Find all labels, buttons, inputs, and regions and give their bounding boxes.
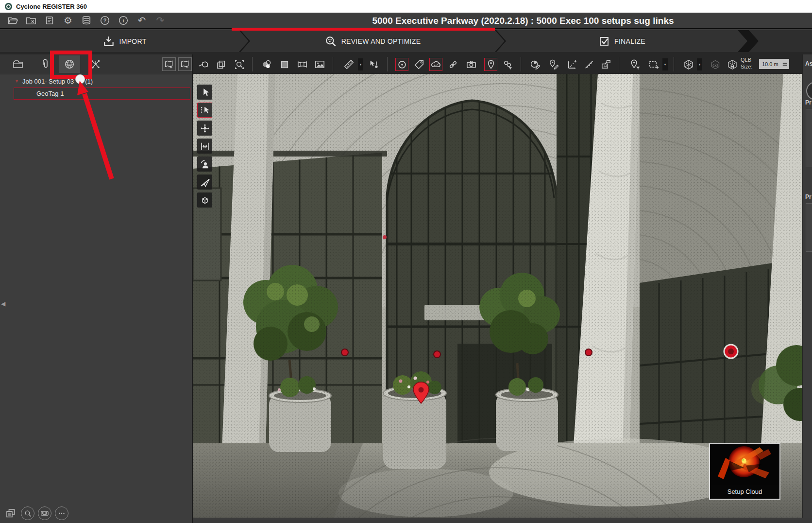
finalize-check-icon xyxy=(598,35,610,47)
look-around-tool[interactable] xyxy=(197,157,212,172)
left-panel: ▼ Job 001- Setup 03 (1) GeoTag 1 ◀ xyxy=(0,54,193,523)
view-cube-icon xyxy=(200,195,210,206)
limit-box-icon[interactable] xyxy=(197,58,210,71)
measure-ruler-icon[interactable] xyxy=(342,58,355,71)
cyclone-register-360-window: Cyclone REGISTER 360 ⚙ ↶ ↷ 5000 Executiv… xyxy=(0,0,812,523)
right-panel-box xyxy=(806,203,812,252)
right-panel-avatar xyxy=(806,82,812,100)
panel-collapse-arrow[interactable]: ◀ xyxy=(1,300,5,307)
pan-icon xyxy=(200,141,210,152)
select-dropdown-caret[interactable]: ▾ xyxy=(662,58,668,70)
duplicate-view-icon[interactable] xyxy=(214,58,227,71)
camera-icon[interactable] xyxy=(465,58,478,71)
geotag-toggle-icon[interactable] xyxy=(484,58,497,71)
cursor-temperature-icon[interactable] xyxy=(367,58,380,71)
search-button[interactable] xyxy=(21,506,34,520)
remove-map-button[interactable] xyxy=(178,57,192,71)
qlb-size-input[interactable]: 10.0 m xyxy=(759,59,789,69)
info-icon[interactable] xyxy=(118,15,129,26)
setup-cloud-heatmap xyxy=(710,444,779,485)
redo-icon: ↷ xyxy=(154,15,166,26)
more-options-button[interactable] xyxy=(55,506,68,520)
thumbnail-view-icon xyxy=(5,507,17,519)
fly-icon xyxy=(200,177,210,188)
viewcube-m-icon[interactable] xyxy=(726,58,739,71)
export-view-icon[interactable] xyxy=(599,58,612,71)
geotag-label: GeoTag 1 xyxy=(36,90,64,97)
marker-filter-icon[interactable] xyxy=(501,58,514,71)
tree-expander-icon[interactable]: ▼ xyxy=(15,79,19,84)
remove-map-icon xyxy=(180,59,190,69)
tab-import-label: IMPORT xyxy=(119,37,147,45)
tab-project-folder[interactable] xyxy=(7,55,29,73)
pick-point-tool[interactable] xyxy=(197,103,212,118)
panorama-view-icon[interactable] xyxy=(296,58,309,71)
bottom-strip xyxy=(193,518,812,523)
right-panel-box xyxy=(806,109,812,167)
geotag-filter-icon[interactable] xyxy=(628,58,642,71)
white-cursor-dot-annotation xyxy=(75,74,85,84)
point-cloud-toggle-icon[interactable] xyxy=(429,58,442,71)
color-mode-icon[interactable] xyxy=(260,58,273,71)
close-project-icon[interactable] xyxy=(25,15,37,26)
viewcube-wire-icon[interactable] xyxy=(682,58,695,71)
tab-import[interactable]: IMPORT xyxy=(0,30,249,52)
qlb-size-value: 10.0 m xyxy=(762,61,778,67)
view-cube-tool[interactable] xyxy=(197,192,212,208)
attachments-paperclip-icon xyxy=(39,58,51,70)
right-panel-collapsed: As Pr Pr xyxy=(802,54,812,523)
right-panel-section-label: Pr xyxy=(805,99,812,106)
viewcube-dropdown-caret[interactable]: ▾ xyxy=(697,58,702,70)
title-bar: Cyclone REGISTER 360 xyxy=(0,0,812,13)
select-cursor-icon xyxy=(200,87,210,98)
edit-geotag-icon[interactable] xyxy=(547,58,560,71)
storage-database-icon[interactable] xyxy=(81,15,92,26)
settings-gear-icon[interactable]: ⚙ xyxy=(62,15,74,26)
tab-review-and-optimize[interactable]: REVIEW AND OPTIMIZE xyxy=(240,30,505,52)
app-title: Cyclone REGISTER 360 xyxy=(16,3,87,10)
add-map-icon xyxy=(164,59,174,69)
tab-finalize[interactable]: FINALIZE xyxy=(496,30,747,52)
more-options-icon xyxy=(57,509,66,518)
viewcube-hidden-icon xyxy=(709,58,722,71)
fly-tool[interactable] xyxy=(197,174,212,190)
orbit-icon xyxy=(200,123,210,134)
measure-dropdown-caret[interactable]: ▾ xyxy=(358,58,363,70)
measure-line-icon[interactable] xyxy=(582,58,595,71)
thumbnail-view-button[interactable] xyxy=(4,506,17,520)
add-map-button[interactable] xyxy=(162,57,176,71)
list-item-geotag[interactable]: GeoTag 1 xyxy=(14,87,190,100)
keyboard-icon xyxy=(40,509,49,518)
navigation-tool-palette xyxy=(197,85,212,208)
setup-marker-toggle-icon[interactable] xyxy=(395,58,408,71)
select-cursor-tool[interactable] xyxy=(197,85,212,100)
app-logo-icon xyxy=(5,3,12,10)
look-around-icon xyxy=(200,159,210,170)
image-view-icon[interactable] xyxy=(313,58,326,71)
report-icon[interactable] xyxy=(44,15,55,26)
review-magnifier-icon xyxy=(324,35,337,48)
zoom-to-selection-icon[interactable] xyxy=(233,58,246,71)
orbit-tool[interactable] xyxy=(197,121,212,136)
qlb-size-spinner[interactable] xyxy=(781,60,788,68)
point-cloud-viewport[interactable]: Setup Cloud xyxy=(193,74,802,518)
link-icon[interactable] xyxy=(446,58,459,71)
open-project-icon[interactable] xyxy=(7,15,18,26)
help-icon[interactable] xyxy=(99,15,111,26)
add-coordinates-icon[interactable] xyxy=(565,58,578,71)
search-icon xyxy=(24,509,32,518)
edit-colors-icon[interactable] xyxy=(529,58,542,71)
tag-toggle-icon[interactable] xyxy=(412,58,425,71)
undo-icon[interactable]: ↶ xyxy=(136,15,148,26)
left-panel-tab-strip xyxy=(0,54,192,74)
right-panel-header: As xyxy=(805,60,812,67)
import-tray-icon xyxy=(102,35,115,48)
rect-select-icon[interactable] xyxy=(647,58,660,71)
setup-cloud-thumbnail[interactable]: Setup Cloud xyxy=(709,443,780,500)
solid-fill-icon[interactable] xyxy=(278,58,291,71)
keyboard-button[interactable] xyxy=(38,506,51,520)
red-underline-annotation xyxy=(232,28,495,31)
tree-item-job-setup[interactable]: ▼ Job 001- Setup 03 (1) xyxy=(0,75,192,87)
tab-review-label: REVIEW AND OPTIMIZE xyxy=(341,37,421,45)
pan-tool[interactable] xyxy=(197,139,212,154)
